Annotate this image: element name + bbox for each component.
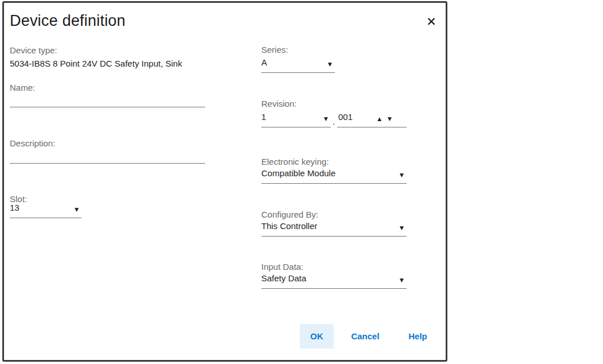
close-icon[interactable]: ✕ — [421, 12, 442, 32]
dialog-title: Device definition — [10, 12, 126, 30]
chevron-down-icon: ▼ — [328, 57, 335, 67]
electronic-keying-select[interactable]: Compatible Module ▼ — [261, 168, 407, 184]
chevron-down-icon: ▼ — [324, 111, 331, 122]
chevron-down-icon: ▼ — [400, 220, 407, 231]
cancel-button[interactable]: Cancel — [347, 324, 384, 348]
input-data-label: Input Data: — [261, 262, 303, 272]
electronic-keying-label: Electronic keying: — [261, 157, 329, 166]
name-input[interactable] — [10, 92, 205, 107]
slot-value: 13 — [10, 202, 20, 212]
description-input[interactable] — [10, 148, 205, 164]
configured-by-label: Configured By: — [261, 210, 318, 219]
revision-major-value: 1 — [261, 111, 266, 122]
device-definition-dialog: Device definition ✕ Device type: 5034-IB… — [2, 1, 447, 362]
device-type-label: Device type: — [10, 45, 57, 55]
series-value: A — [261, 57, 267, 67]
ok-button[interactable]: OK — [300, 324, 334, 348]
chevron-down-icon: ▼ — [400, 273, 407, 283]
help-button[interactable]: Help — [402, 324, 434, 348]
revision-label: Revision: — [261, 99, 297, 109]
revision-separator: . — [333, 117, 335, 126]
chevron-down-icon: ▼ — [400, 168, 407, 178]
input-data-value: Safety Data — [261, 273, 306, 283]
electronic-keying-value: Compatible Module — [261, 168, 335, 178]
revision-minor-spinner[interactable]: 001 ▲ ▼ — [337, 111, 407, 127]
spin-up-icon[interactable]: ▲ — [377, 116, 381, 122]
name-label: Name: — [10, 83, 35, 92]
device-type-value: 5034-IB8S 8 Point 24V DC Safety Input, S… — [10, 59, 182, 68]
spin-down-icon[interactable]: ▼ — [388, 116, 392, 122]
slot-select[interactable]: 13 ▼ — [10, 202, 82, 218]
series-select[interactable]: A ▼ — [261, 57, 335, 73]
chevron-down-icon: ▼ — [75, 202, 82, 212]
input-data-select[interactable]: Safety Data ▼ — [261, 273, 407, 289]
series-label: Series: — [261, 45, 288, 55]
revision-major-select[interactable]: 1 ▼ — [261, 111, 331, 127]
description-label: Description: — [10, 138, 55, 148]
configured-by-select[interactable]: This Controller ▼ — [261, 220, 407, 237]
revision-minor-value: 001 — [338, 112, 353, 122]
configured-by-value: This Controller — [261, 220, 318, 231]
